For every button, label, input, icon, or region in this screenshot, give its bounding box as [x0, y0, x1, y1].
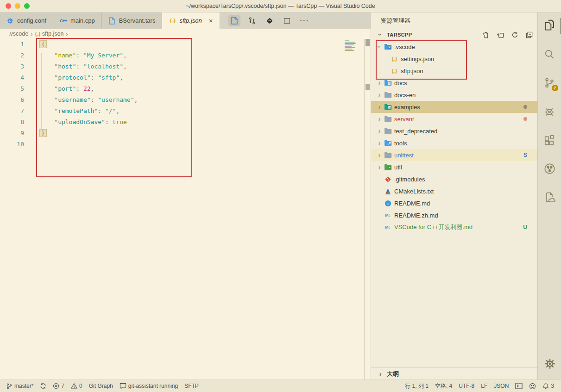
- chevron-right-icon[interactable]: ›: [376, 127, 383, 135]
- token-bool: true: [113, 118, 127, 125]
- chevron-right-icon[interactable]: ›: [376, 91, 383, 99]
- git-compare-icon[interactable]: [246, 15, 258, 26]
- token-punct: :: [98, 107, 105, 114]
- chevron-right-icon[interactable]: ›: [376, 139, 383, 147]
- source-control-activity-button[interactable]: 2: [538, 75, 561, 92]
- breadcrumb-segment[interactable]: .vscode: [8, 31, 28, 37]
- more-actions-icon[interactable]: ···: [299, 15, 311, 26]
- sftp-activity-button[interactable]: [538, 189, 561, 207]
- tree-item-README.zh.md[interactable]: M↓README.zh.md: [371, 209, 537, 221]
- refresh-icon[interactable]: [511, 31, 518, 38]
- status-item-3[interactable]: 3: [539, 380, 557, 392]
- status-item-master-[interactable]: master*: [3, 380, 37, 392]
- tree-item-sftp.json[interactable]: {..}sftp.json: [371, 65, 537, 77]
- token-str: "/": [105, 107, 116, 114]
- prettier-icon[interactable]: [264, 15, 276, 26]
- token-key: "remotePath": [54, 107, 98, 114]
- terminal-icon: [515, 383, 523, 389]
- tree-item-util[interactable]: ›util: [371, 161, 537, 173]
- chevron-right-icon[interactable]: ›: [376, 79, 383, 87]
- breadcrumb-segment[interactable]: {..}sftp.json: [35, 31, 63, 37]
- status-item-7[interactable]: 7: [50, 380, 68, 392]
- status-item--1-1[interactable]: 行 1, 列 1: [402, 380, 432, 392]
- tree-item-VSCode for C++开发利器.md[interactable]: M↓VSCode for C++开发利器.mdU: [371, 221, 537, 233]
- tree-item-.vscode[interactable]: ›.vscode: [371, 41, 537, 53]
- status-item--4[interactable]: 空格: 4: [432, 380, 455, 392]
- status-item-sftp[interactable]: SFTP: [181, 380, 202, 392]
- tree-item-test_deprecated[interactable]: ›test_deprecated: [371, 125, 537, 137]
- code-line: 8 "uploadOnSave": true: [0, 117, 371, 128]
- tree-item-.gitmodules[interactable]: .gitmodules: [371, 173, 537, 185]
- tab-label: BServant.tars: [119, 17, 156, 24]
- line-number: 3: [0, 61, 24, 72]
- chevron-right-icon[interactable]: ›: [376, 163, 383, 171]
- folder-icon: [383, 128, 392, 134]
- status-item[interactable]: [526, 380, 539, 392]
- tree-item-unittest[interactable]: ›unittestS: [371, 149, 537, 161]
- sidebar-title: 资源管理器: [371, 12, 537, 29]
- activity-bar: 2: [537, 12, 561, 380]
- explorer-root-label: TARSCPP: [387, 32, 482, 37]
- extensions-activity-button[interactable]: [538, 132, 561, 149]
- modified-dot-badge: [523, 117, 527, 121]
- tree-item-servant[interactable]: ›servant: [371, 113, 537, 125]
- token-keyo: "name": [54, 52, 76, 59]
- token-punct: ,: [123, 52, 127, 59]
- debug-activity-button[interactable]: [538, 103, 561, 121]
- tree-item-tools[interactable]: ›tools: [371, 137, 537, 149]
- git-graph-activity-button[interactable]: [538, 161, 561, 178]
- status-item-utf-8[interactable]: UTF-8: [455, 380, 478, 392]
- close-icon[interactable]: ×: [209, 17, 213, 25]
- error-icon: [53, 383, 59, 389]
- new-file-icon[interactable]: [482, 31, 489, 38]
- tree-item-docs-en[interactable]: ›docs-en: [371, 89, 537, 101]
- json-braces-icon: {..}: [390, 56, 399, 62]
- outline-section[interactable]: › 大纲: [371, 367, 537, 380]
- sync-icon: [40, 383, 46, 389]
- folder-icon: [383, 152, 392, 158]
- tree-item-docs[interactable]: ›docs: [371, 77, 537, 89]
- status-item[interactable]: [512, 380, 526, 392]
- code-editor[interactable]: 1{2 "name": "My Server",3 "host": "local…: [0, 39, 371, 380]
- scrollbar-thumb[interactable]: [366, 39, 370, 46]
- status-label: 0: [79, 383, 82, 389]
- tree-item-CMakeLists.txt[interactable]: CMakeLists.txt: [371, 185, 537, 197]
- editor-scrollbar[interactable]: [364, 39, 371, 380]
- chevron-down-icon: ›: [377, 31, 384, 38]
- tab-main.cpp[interactable]: C++main.cpp: [53, 12, 102, 29]
- status-item-lf[interactable]: LF: [478, 380, 491, 392]
- status-item-0[interactable]: 0: [68, 380, 86, 392]
- tree-item-README.md[interactable]: README.md: [371, 197, 537, 209]
- status-item-git-assistant-running[interactable]: git-assistant running: [116, 380, 181, 392]
- json-braces-icon: {..}: [169, 18, 176, 23]
- tree-item-examples[interactable]: ›examples: [371, 101, 537, 113]
- status-item[interactable]: [37, 380, 50, 392]
- git-status-badge: U: [523, 224, 527, 230]
- files-activity-button[interactable]: [538, 17, 561, 35]
- preview-icon[interactable]: [228, 15, 240, 26]
- settings-button[interactable]: [538, 355, 561, 373]
- chevron-right-icon[interactable]: ›: [376, 151, 383, 159]
- tab-config.conf[interactable]: config.conf: [0, 12, 53, 29]
- file-tree: ›.vscode {..}settings.json {..}sftp.json…: [371, 41, 537, 233]
- collapse-all-icon[interactable]: [526, 31, 533, 38]
- chevron-right-icon[interactable]: ›: [376, 103, 383, 111]
- new-folder-icon[interactable]: [497, 31, 504, 38]
- tree-item-label: test_deprecated: [394, 128, 527, 135]
- split-editor-icon[interactable]: [281, 15, 293, 26]
- status-label: 7: [61, 383, 64, 389]
- token-punct: ,: [91, 85, 95, 92]
- status-item-json[interactable]: JSON: [491, 380, 512, 392]
- status-item-git-graph[interactable]: Git Graph: [86, 380, 116, 392]
- code-line: 10: [0, 139, 371, 150]
- tab-BServant.tars[interactable]: BServant.tars: [102, 12, 163, 29]
- search-activity-button[interactable]: [538, 46, 561, 63]
- explorer-root-row[interactable]: › TARSCPP: [371, 29, 537, 41]
- examples-folder-icon: [383, 104, 392, 110]
- tree-item-settings.json[interactable]: {..}settings.json: [371, 53, 537, 65]
- minimap[interactable]: [345, 40, 360, 51]
- chevron-down-icon[interactable]: ›: [376, 43, 383, 50]
- tab-sftp.json[interactable]: {..}sftp.json×: [162, 12, 220, 29]
- chevron-right-icon[interactable]: ›: [376, 115, 383, 123]
- status-label: LF: [481, 383, 487, 389]
